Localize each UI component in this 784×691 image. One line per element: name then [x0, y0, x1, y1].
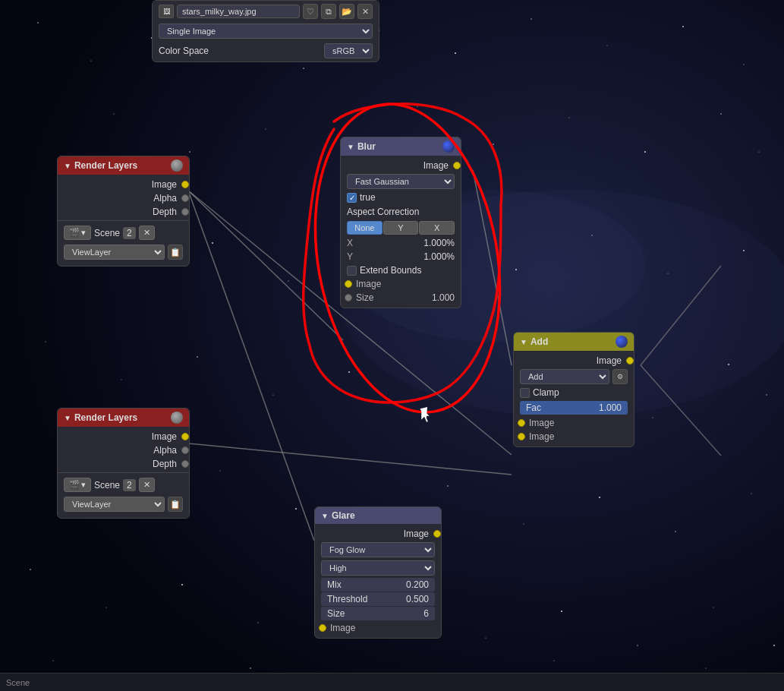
svg-point-28	[515, 269, 517, 270]
extend-bounds-checkbox[interactable]	[347, 266, 357, 276]
output-image-row-2: Image	[58, 430, 189, 443]
image-source-header: 🖼 stars_milky_way.jpg ♡ ⧉ 📂 ✕	[153, 1, 379, 22]
blur-input-image-row: Image	[341, 277, 461, 291]
copy-icon[interactable]: ⧉	[321, 4, 336, 19]
folder-icon[interactable]: 📂	[339, 4, 354, 19]
output-image-label-2: Image	[152, 431, 177, 442]
svg-point-65	[706, 668, 707, 669]
scene-num-2: 2	[123, 479, 136, 491]
svg-point-11	[743, 64, 744, 65]
blur-node-body: Image Fast Gaussian ✓ true Aspect Correc…	[341, 156, 461, 308]
viewlayer-icon-1[interactable]: 📋	[168, 245, 183, 260]
glare-size-label: Size	[327, 608, 345, 619]
add-method-select[interactable]: Add	[520, 369, 609, 384]
add-input-image1-socket[interactable]	[518, 419, 525, 427]
glare-mix-label: Mix	[327, 579, 342, 590]
aspect-x-btn[interactable]: X	[419, 221, 455, 235]
aspect-correction-row: Aspect Correction	[341, 204, 461, 219]
scene-x-btn-2[interactable]: ✕	[139, 478, 155, 492]
svg-point-17	[493, 144, 494, 145]
image-icon: 🖼	[159, 5, 174, 18]
add-input-image2-socket[interactable]	[518, 433, 525, 440]
output-depth-row-2: Depth	[58, 457, 189, 471]
color-space-select[interactable]: sRGB	[324, 43, 373, 58]
fac-field[interactable]: Fac 1.000	[520, 401, 628, 415]
fac-value: 1.000	[599, 402, 622, 413]
add-title: Add	[531, 336, 548, 347]
y-label: Y	[347, 251, 353, 262]
glare-size-value: 6	[423, 608, 429, 619]
viewlayer-select-2[interactable]: ViewLayer	[64, 497, 165, 512]
clamp-checkbox[interactable]	[520, 388, 530, 398]
scene-icon-btn-2[interactable]: 🎬▾	[64, 478, 91, 492]
glare-title: Glare	[332, 510, 355, 521]
svg-point-31	[743, 250, 745, 251]
svg-line-68	[188, 191, 343, 340]
blur-output-socket[interactable]	[453, 162, 461, 169]
scene-icon-btn-1[interactable]: 🎬▾	[64, 226, 91, 240]
output-image-socket-2[interactable]	[181, 433, 189, 440]
viewlayer-icon-2[interactable]: 📋	[168, 497, 183, 512]
output-depth-socket-2[interactable]	[181, 460, 189, 468]
x-value: 1.000%	[423, 238, 455, 248]
scene-icon-2: 🎬	[69, 480, 80, 490]
add-output-row: Image	[514, 354, 634, 368]
aspect-y-btn[interactable]: Y	[383, 221, 419, 235]
relative-label: true	[360, 192, 376, 203]
close-icon[interactable]: ✕	[357, 4, 373, 19]
svg-point-25	[288, 280, 288, 281]
glare-size-field[interactable]: Size 6	[321, 607, 435, 620]
output-image-label-1: Image	[152, 179, 177, 190]
blur-output-row: Image	[341, 159, 461, 172]
render-layers-title-2: Render Layers	[74, 412, 137, 423]
aspect-correction-label: Aspect Correction	[347, 207, 419, 217]
glare-output-socket[interactable]	[433, 530, 441, 538]
svg-point-19	[644, 151, 646, 153]
image-filename[interactable]: stars_milky_way.jpg	[177, 5, 300, 18]
svg-point-44	[220, 471, 221, 472]
svg-point-58	[637, 645, 638, 645]
output-depth-socket-1[interactable]	[181, 208, 189, 216]
glare-mix-field[interactable]: Mix 0.200	[321, 578, 435, 592]
glare-type-select[interactable]: Fog Glow	[321, 542, 435, 557]
render-layers-node-2: ▼ Render Layers Image Alpha Depth 🎬▾ Sce…	[57, 408, 190, 519]
svg-line-71	[188, 443, 512, 475]
svg-point-30	[668, 273, 669, 274]
output-image-socket-1[interactable]	[181, 181, 189, 188]
shield-icon[interactable]: ♡	[303, 4, 318, 19]
glare-threshold-value: 0.500	[406, 594, 429, 604]
scene-num-1: 2	[123, 227, 136, 239]
extend-bounds-label: Extend Bounds	[360, 265, 421, 276]
glare-input-image-socket[interactable]	[319, 624, 326, 632]
output-alpha-label-1: Alpha	[153, 193, 177, 204]
glare-threshold-field[interactable]: Threshold 0.500	[321, 592, 435, 606]
svg-point-35	[273, 395, 274, 396]
blur-input-image-socket[interactable]	[345, 280, 352, 288]
scene-x-btn-1[interactable]: ✕	[139, 226, 155, 240]
output-depth-row-1: Depth	[58, 205, 189, 219]
relative-checkbox[interactable]: ✓	[347, 193, 357, 203]
scene-row-1: 🎬▾ Scene 2 ✕	[58, 222, 189, 243]
aspect-none-btn[interactable]: None	[347, 221, 383, 235]
output-alpha-socket-2[interactable]	[181, 446, 189, 454]
output-alpha-socket-1[interactable]	[181, 194, 189, 202]
svg-point-10	[682, 26, 684, 27]
blur-triangle-icon: ▼	[347, 143, 354, 151]
add-output-socket[interactable]	[626, 357, 634, 364]
viewlayer-select-1[interactable]: ViewLayer	[64, 245, 165, 260]
cursor	[421, 408, 430, 421]
blur-method-select[interactable]: Fast Gaussian	[347, 174, 455, 189]
image-type-select[interactable]: Single Image	[159, 24, 373, 39]
add-input-image2-row: Image	[514, 430, 634, 443]
svg-marker-76	[421, 408, 430, 422]
add-node: ▼ Add Image Add ⚙ Clamp Fac 1.000 Im	[513, 332, 634, 447]
add-node-options-icon[interactable]: ⚙	[612, 369, 628, 384]
add-method-row: Add ⚙	[514, 368, 634, 386]
blur-header: ▼ Blur	[341, 137, 461, 156]
svg-point-41	[766, 394, 767, 395]
render-layers-icon-1	[171, 159, 183, 172]
svg-point-12	[114, 114, 115, 115]
blur-input-size-socket[interactable]	[345, 294, 352, 301]
glare-quality-select[interactable]: High	[321, 560, 435, 576]
svg-point-49	[675, 531, 675, 532]
